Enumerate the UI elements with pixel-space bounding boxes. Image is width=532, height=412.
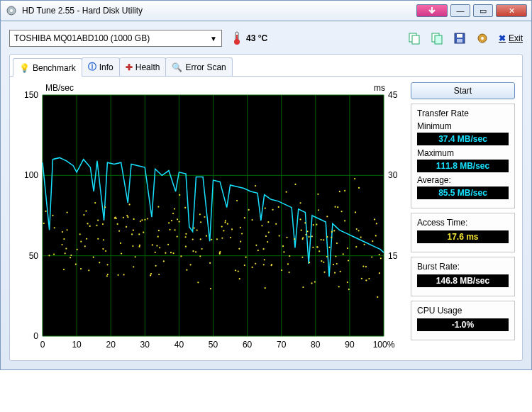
svg-point-58: [192, 250, 194, 252]
svg-point-139: [206, 235, 207, 237]
svg-point-146: [174, 229, 175, 230]
svg-point-63: [158, 230, 160, 231]
svg-point-152: [185, 233, 187, 235]
svg-point-13: [481, 37, 484, 40]
svg-point-284: [63, 269, 65, 270]
svg-point-268: [197, 282, 199, 283]
maximize-button[interactable]: ▭: [473, 4, 493, 17]
svg-point-91: [305, 234, 306, 235]
svg-text:30: 30: [388, 170, 398, 180]
download-button[interactable]: [416, 4, 448, 17]
svg-point-1: [10, 9, 13, 12]
svg-point-294: [341, 211, 343, 212]
svg-point-228: [141, 219, 143, 221]
svg-point-207: [314, 282, 316, 283]
svg-point-118: [238, 248, 240, 250]
svg-point-256: [336, 263, 338, 265]
copy-screenshot-icon[interactable]: [431, 32, 443, 45]
svg-point-159: [376, 223, 377, 224]
svg-point-70: [224, 222, 226, 223]
start-button[interactable]: Start: [411, 82, 515, 99]
svg-point-280: [286, 237, 287, 238]
access-time-value: 17.6 ms: [417, 230, 509, 243]
transfer-rate-title: Transfer Rate: [417, 108, 509, 118]
minimize-button[interactable]: —: [450, 4, 470, 17]
svg-point-227: [358, 230, 360, 231]
svg-point-106: [321, 239, 322, 240]
svg-point-209: [196, 229, 198, 230]
svg-point-213: [179, 221, 180, 222]
svg-point-297: [70, 255, 72, 256]
svg-rect-8: [435, 35, 442, 44]
svg-point-295: [365, 266, 367, 267]
svg-point-90: [177, 218, 178, 220]
exit-button[interactable]: ✖ Exit: [499, 33, 523, 43]
close-button[interactable]: ✕: [496, 4, 527, 17]
maximum-value: 111.8 MB/sec: [417, 160, 509, 172]
window-title: HD Tune 2.55 - Hard Disk Utility: [22, 6, 143, 16]
svg-point-271: [358, 187, 360, 189]
svg-point-141: [271, 264, 272, 265]
save-icon[interactable]: [453, 32, 466, 45]
drive-selector[interactable]: TOSHIBA MQ01ABD100 (1000 GB) ▼: [9, 30, 222, 47]
svg-point-232: [272, 209, 274, 211]
svg-point-66: [265, 287, 266, 289]
svg-point-130: [43, 223, 45, 224]
svg-point-62: [102, 223, 104, 225]
svg-point-216: [356, 228, 358, 230]
tab-error-scan[interactable]: 🔍 Error Scan: [165, 57, 232, 76]
svg-point-233: [241, 233, 243, 234]
options-icon[interactable]: [476, 32, 489, 45]
svg-point-198: [123, 274, 124, 275]
magnifier-icon: 🔍: [172, 62, 182, 72]
svg-point-236: [87, 223, 88, 224]
svg-point-156: [63, 238, 65, 240]
svg-point-171: [190, 264, 192, 265]
svg-point-226: [185, 246, 187, 247]
burst-rate-group: Burst Rate: 146.8 MB/sec: [411, 257, 515, 296]
tab-info[interactable]: ⓘ Info: [82, 57, 120, 76]
svg-point-181: [118, 230, 120, 232]
svg-point-94: [289, 272, 290, 273]
svg-point-138: [343, 253, 344, 255]
svg-point-136: [244, 217, 245, 218]
svg-point-127: [316, 224, 317, 226]
svg-point-153: [255, 245, 257, 246]
svg-text:45: 45: [388, 90, 398, 100]
svg-point-241: [306, 230, 308, 232]
svg-point-272: [240, 227, 241, 228]
svg-point-88: [230, 237, 231, 238]
svg-point-230: [133, 230, 134, 231]
tab-health[interactable]: ✚ Health: [119, 57, 167, 76]
svg-point-214: [267, 241, 268, 243]
access-time-title: Access Time:: [417, 218, 509, 228]
svg-point-252: [54, 227, 55, 228]
svg-point-78: [106, 264, 108, 265]
copy-text-icon[interactable]: [408, 32, 421, 45]
svg-point-259: [355, 211, 356, 213]
svg-point-92: [158, 274, 160, 275]
svg-point-179: [268, 231, 270, 233]
svg-point-291: [263, 264, 265, 265]
svg-point-219: [355, 246, 357, 247]
svg-point-64: [52, 215, 53, 216]
svg-point-149: [311, 235, 313, 237]
svg-point-182: [156, 245, 157, 247]
svg-text:40: 40: [174, 340, 184, 350]
svg-point-79: [301, 257, 303, 258]
svg-point-201: [80, 268, 82, 269]
svg-point-189: [209, 262, 211, 264]
svg-point-77: [177, 236, 178, 238]
svg-point-262: [281, 269, 282, 271]
svg-point-56: [347, 282, 348, 283]
thermometer-icon: [231, 32, 243, 45]
svg-point-76: [368, 278, 370, 279]
svg-point-122: [186, 269, 187, 271]
svg-point-188: [338, 286, 340, 287]
chevron-down-icon: ▼: [210, 35, 217, 43]
svg-point-95: [167, 244, 169, 245]
svg-point-206: [372, 240, 373, 242]
svg-point-154: [334, 206, 336, 208]
svg-point-218: [138, 233, 140, 235]
tab-benchmark[interactable]: 💡 Benchmark: [13, 58, 82, 77]
